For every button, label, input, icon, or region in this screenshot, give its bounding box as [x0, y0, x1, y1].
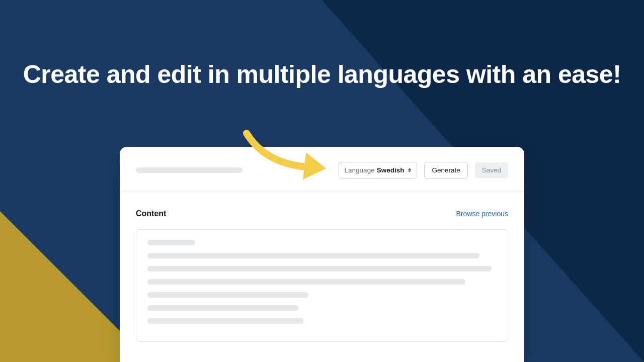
skeleton-line	[147, 305, 298, 311]
language-select-value: Swedish	[377, 166, 405, 174]
skeleton-line	[147, 279, 465, 285]
skeleton-line	[147, 318, 303, 324]
generate-button[interactable]: Generate	[424, 162, 467, 178]
skeleton-line	[147, 266, 492, 272]
skeleton-line	[147, 240, 195, 245]
language-select-label: Language	[345, 166, 375, 174]
content-editor[interactable]	[136, 229, 508, 342]
chevron-up-down-icon	[408, 168, 411, 172]
skeleton-line	[147, 253, 479, 258]
promo-headline: Create and edit in multiple languages wi…	[0, 58, 644, 92]
content-title: Content	[136, 209, 166, 218]
skeleton-line	[147, 292, 308, 298]
browse-previous-link[interactable]: Browse previous	[456, 210, 509, 218]
saved-status: Saved	[475, 162, 508, 178]
language-select[interactable]: Language Swedish	[339, 162, 418, 178]
title-placeholder	[136, 167, 243, 173]
arrow-icon	[242, 128, 337, 189]
content-section: Content Browse previous	[120, 192, 524, 342]
